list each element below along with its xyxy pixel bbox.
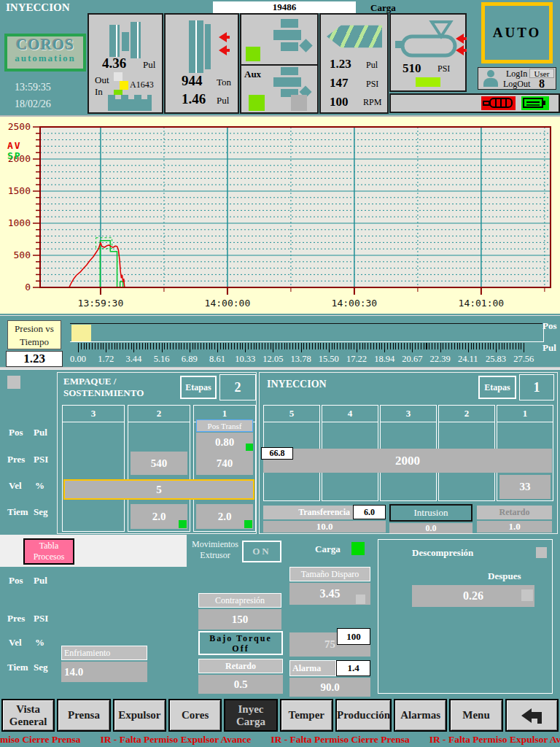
iny-vel-1-field[interactable]: 33	[499, 475, 551, 499]
nav-inyec-carga[interactable]: Inyec Carga	[224, 699, 277, 732]
mold-status-panel: 4.36 Pul Out A1643 In	[88, 13, 163, 114]
position-track[interactable]	[70, 323, 544, 342]
nav-produccion[interactable]: Producción	[335, 699, 392, 732]
tabla-procesos-button[interactable]: Tabla Procesos	[23, 538, 74, 565]
ruler-tick-label: 3.44	[125, 354, 141, 365]
core-group-1	[241, 15, 317, 66]
pos-transf-indicator	[246, 444, 253, 451]
alarma-label: Alarma	[289, 660, 336, 676]
login-box[interactable]: LogIn LogOut User 8	[478, 67, 556, 90]
barrel-status-panel: 510 PSI	[389, 13, 467, 92]
empaque-etapas-button[interactable]: Etapas	[180, 376, 217, 399]
bajo-torque-button[interactable]: Bajo Torque Off	[198, 631, 283, 655]
user-number[interactable]: 8	[529, 77, 554, 90]
screw-icon	[327, 22, 382, 51]
row-unit-pres: PSI	[34, 454, 48, 465]
alarma-input[interactable]: 1.4	[336, 660, 370, 676]
back-arrow-icon	[514, 703, 549, 729]
tiem1-indicator	[244, 520, 252, 528]
out-indicator	[114, 72, 122, 81]
intrusion-value[interactable]: 0.0	[389, 523, 472, 533]
transferencia-value[interactable]: 10.0	[263, 521, 386, 533]
movimientos-label: Movimientos Extrusor	[190, 539, 241, 561]
logout-label[interactable]: LogOut	[503, 79, 530, 90]
presion-tiempo-button[interactable]: Presion vs Tiempo	[7, 320, 61, 349]
clamp-arrow-icon	[214, 32, 231, 42]
iny-pres-actual: 66.8	[261, 447, 293, 460]
auto-mode-button[interactable]: AUTO	[481, 2, 553, 63]
core-icon	[268, 19, 313, 54]
nav-alarmas[interactable]: Alarmas	[394, 699, 447, 732]
screw-pres-unit: PSI	[366, 79, 378, 90]
ext-row-tiem: Tiem	[7, 662, 28, 673]
logo-subtext: automation	[7, 53, 83, 64]
ruler-tick-label: 25.83	[486, 354, 506, 365]
row-label-vel: Vel	[9, 480, 22, 492]
intrusion-button[interactable]: Intrusion	[389, 504, 472, 522]
nav-back-button[interactable]	[505, 699, 559, 732]
enfriamiento-label: Enfriamiento	[61, 646, 147, 660]
nav-prensa[interactable]: Prensa	[57, 699, 110, 732]
iny-retardo-value[interactable]: 1.0	[477, 521, 552, 533]
extrusor-section: Tabla Procesos Pos Pul Pres PSI Vel % Ti…	[0, 535, 560, 699]
screw-pos-unit: Pul	[366, 60, 378, 71]
nav-expulsor[interactable]: Expulsor	[113, 699, 166, 732]
extrusor-vel-max-input[interactable]: 100	[337, 628, 370, 645]
alarma-value-field[interactable]: 90.0	[289, 678, 370, 697]
nav-temper[interactable]: Temper	[280, 699, 333, 732]
login-label[interactable]: LogIn	[506, 69, 527, 80]
contrapresion-label: Contrapresión	[198, 593, 281, 608]
nav-cores[interactable]: Cores	[168, 699, 222, 732]
contrapresion-field[interactable]: 150	[198, 609, 281, 630]
carga-indicator	[351, 542, 365, 555]
svg-text:0: 0	[25, 282, 31, 293]
empaque-etapas-value[interactable]: 2	[219, 374, 256, 400]
position-fill	[71, 325, 91, 341]
row-unit-tiem: Seg	[34, 506, 48, 518]
ruler-tick-label: 0.00	[70, 354, 86, 365]
enfriamiento-field[interactable]: 14.0	[61, 662, 147, 682]
mold-out-label: Out	[95, 74, 109, 86]
pos-transf-label: Pos Transf	[196, 419, 253, 432]
cores-status-panel: Aux	[240, 13, 319, 114]
ruler-tick-label: 1.72	[98, 354, 114, 365]
nav-vista-general[interactable]: Vista General	[1, 699, 55, 732]
iny-retardo-label: Retardo	[477, 506, 552, 519]
nav-menu[interactable]: Menu	[449, 699, 502, 732]
aux-indicator-2	[291, 95, 307, 111]
svg-text:13:59:30: 13:59:30	[78, 298, 124, 309]
coros-logo: COROS automation	[4, 34, 86, 71]
logo-text: COROS	[7, 36, 83, 53]
ruler-tick-label: 8.61	[209, 354, 225, 365]
barrel-indicator	[416, 77, 440, 87]
screw-pos-value: 1.23	[330, 57, 351, 71]
despues-field[interactable]: 0.26	[412, 585, 534, 607]
descompresion-indicator	[536, 547, 547, 558]
svg-text:2500: 2500	[8, 121, 31, 132]
extrusor-on-button[interactable]: ON	[242, 541, 281, 562]
ruler-tick-label: 22.39	[430, 354, 451, 365]
iny-pres-field[interactable]: 2000	[263, 449, 552, 473]
inyeccion-etapas-button[interactable]: Etapas	[478, 376, 516, 399]
machine-base-icon	[108, 95, 152, 111]
ruler-major-ticks	[78, 343, 525, 352]
screw-alarm-icon	[481, 96, 516, 110]
ext-retardo-field[interactable]: 0.5	[198, 675, 283, 694]
transferencia-input[interactable]: 6.0	[353, 505, 386, 519]
ruler-tick-label: 15.50	[319, 354, 339, 365]
ext-row-pos: Pos	[9, 575, 23, 587]
core-group-aux: Aux	[241, 66, 317, 112]
empaque-pres-1-field[interactable]: 740	[196, 452, 253, 475]
aux-indicator-1	[249, 95, 265, 111]
clamp-force-value: 944	[182, 73, 203, 89]
row-unit-vel: %	[35, 480, 44, 492]
barrel-arrow-icon	[451, 45, 468, 55]
setpoints-section: Pos Pul Pres PSI Vel % Tiem Seg EMPAQUE …	[0, 368, 560, 535]
empaque-vel-field[interactable]: 5	[63, 479, 254, 500]
inyeccion-etapas-value[interactable]: 1	[519, 374, 554, 400]
empaque-pres-2-field[interactable]: 540	[131, 452, 187, 475]
ext-row-vel: Vel	[9, 637, 22, 649]
inyeccion-title: INYECCION	[267, 379, 327, 390]
pos-transf-field[interactable]: 0.80	[196, 433, 253, 452]
barrel-pres-value: 510	[402, 61, 421, 76]
